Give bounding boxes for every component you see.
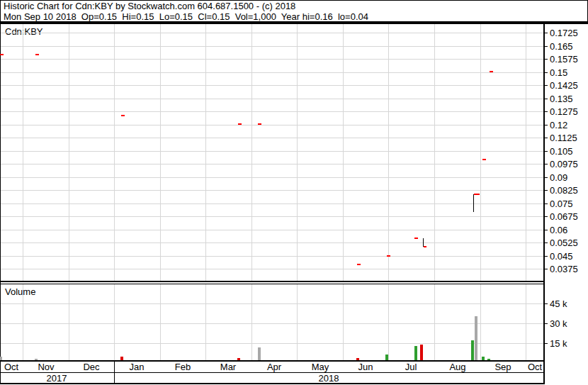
month-gridline-volume xyxy=(69,284,69,360)
month-gridline-volume xyxy=(388,284,389,360)
price-axis-tick xyxy=(545,59,548,60)
month-gridline-price xyxy=(69,24,69,281)
price-gridline xyxy=(1,85,543,86)
price-close-mark xyxy=(258,123,261,125)
month-label: Jul xyxy=(405,362,417,372)
price-axis-label: 0.12 xyxy=(550,120,587,130)
volume-bar xyxy=(237,358,240,360)
year-boundary-separator xyxy=(114,360,115,384)
volume-bar xyxy=(385,355,388,360)
price-axis-tick xyxy=(545,203,548,204)
price-axis-label: 0.1575 xyxy=(550,54,587,65)
volume-bar xyxy=(420,345,423,360)
header-divider xyxy=(0,22,588,24)
volume-axis-tick xyxy=(545,343,548,344)
price-gridline xyxy=(1,242,543,243)
volume-bar xyxy=(475,316,477,360)
price-axis-label: 0.0825 xyxy=(550,185,587,196)
price-axis-label: 0.0675 xyxy=(550,211,587,222)
volume-bar xyxy=(258,347,261,360)
price-axis-tick xyxy=(545,151,548,152)
price-range-bar xyxy=(473,194,474,212)
price-axis-tick xyxy=(545,216,548,217)
month-gridline-volume xyxy=(434,284,435,360)
month-label: Feb xyxy=(175,362,191,372)
month-gridline-price xyxy=(297,24,298,281)
price-axis-label: 0.135 xyxy=(550,94,587,104)
month-gridline-price xyxy=(388,24,389,281)
volume-bar xyxy=(356,358,359,360)
price-gridline xyxy=(1,151,543,152)
price-gridline xyxy=(1,99,543,99)
month-label: Sep xyxy=(494,362,511,372)
price-volume-separator-bottom xyxy=(0,284,545,284)
year-label: 2017 xyxy=(47,373,67,383)
price-axis-label: 0.1125 xyxy=(550,133,587,143)
month-label: Oct xyxy=(4,362,18,372)
axis-bottom-border xyxy=(0,383,545,384)
price-axis-tick xyxy=(545,256,548,257)
price-close-mark xyxy=(35,54,39,55)
month-gridline-price xyxy=(480,24,481,281)
price-axis-tick xyxy=(545,99,548,99)
volume-axis-label: 15 k xyxy=(550,338,587,349)
volume-label: Volume xyxy=(5,286,35,297)
month-gridline-price xyxy=(205,24,206,281)
price-axis-tick xyxy=(545,164,548,164)
price-axis-tick xyxy=(545,85,548,86)
month-gridline-volume xyxy=(526,284,526,360)
volume-axis-label: 45 k xyxy=(550,298,587,309)
price-axis-label: 0.0975 xyxy=(550,159,587,169)
month-year-divider xyxy=(0,372,545,373)
plot-right-border xyxy=(543,24,545,384)
price-axis-label: 0.045 xyxy=(550,251,587,262)
price-gridline xyxy=(1,72,543,73)
month-gridline-price xyxy=(343,24,344,281)
month-gridline-price xyxy=(160,24,161,281)
volume-axis-tick xyxy=(545,323,548,324)
price-axis-label: 0.0375 xyxy=(550,264,587,274)
month-gridline-volume xyxy=(480,284,481,360)
price-gridline xyxy=(1,203,543,204)
price-axis-label: 0.1725 xyxy=(550,28,587,38)
price-axis-label: 0.165 xyxy=(550,41,587,52)
price-axis-label: 0.0525 xyxy=(550,238,587,248)
price-axis-tick xyxy=(545,269,548,269)
price-range-close-tick xyxy=(474,194,477,195)
price-axis-tick xyxy=(545,111,548,112)
month-label: Aug xyxy=(449,362,465,372)
volume-bar xyxy=(471,340,474,360)
month-label: May xyxy=(312,362,329,372)
price-gridline xyxy=(1,256,543,257)
volume-bar xyxy=(35,359,38,360)
price-axis-tick xyxy=(545,125,548,125)
price-gridline xyxy=(1,46,543,47)
volume-gridline xyxy=(1,323,543,324)
month-gridline-price xyxy=(434,24,435,281)
price-close-mark xyxy=(238,123,242,125)
price-axis-tick xyxy=(545,138,548,138)
stockwatch-historic-chart: Historic Chart for Cdn:KBY by Stockwatch… xyxy=(0,0,588,385)
price-axis-tick xyxy=(545,46,548,47)
price-axis-tick xyxy=(545,230,548,230)
month-gridline-price xyxy=(251,24,252,281)
price-gridline xyxy=(1,177,543,178)
price-close-mark xyxy=(357,264,361,265)
volume-axis-tick xyxy=(545,303,548,304)
plot-left-border xyxy=(0,0,1,384)
price-axis-tick xyxy=(545,33,548,33)
price-axis-label: 0.105 xyxy=(550,146,587,157)
price-close-mark xyxy=(482,159,486,160)
volume-bar xyxy=(487,359,490,360)
chart-title: Historic Chart for Cdn:KBY by Stockwatch… xyxy=(1,1,587,11)
price-gridline xyxy=(1,216,543,217)
price-axis-label: 0.06 xyxy=(550,225,587,235)
price-axis-label: 0.1425 xyxy=(550,80,587,91)
price-gridline xyxy=(1,125,543,125)
price-close-mark xyxy=(414,238,418,239)
volume-bar xyxy=(120,357,123,360)
price-gridline xyxy=(1,111,543,112)
price-volume-separator-top xyxy=(0,281,545,282)
month-gridline-price xyxy=(23,24,23,281)
volume-gridline xyxy=(1,343,543,344)
